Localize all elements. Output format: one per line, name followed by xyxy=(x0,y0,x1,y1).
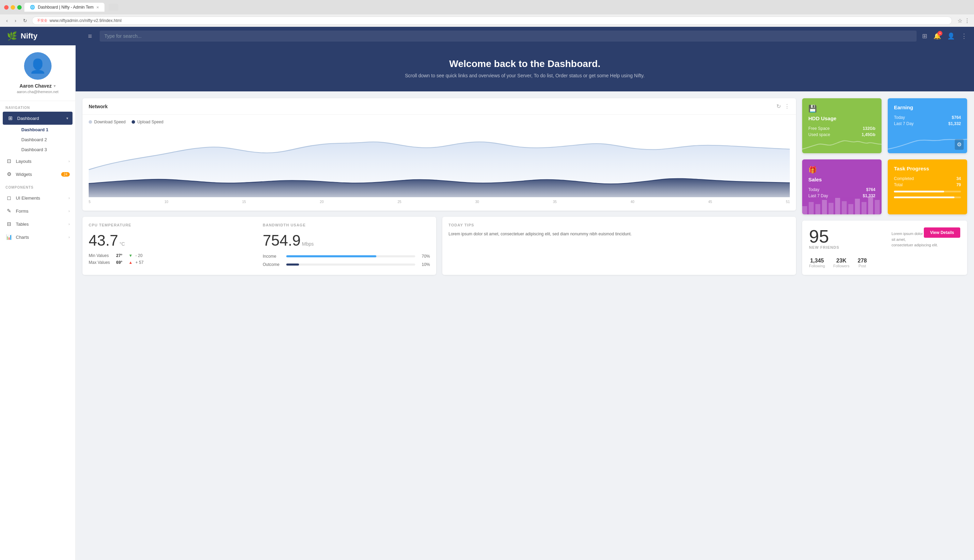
outcome-bar-track xyxy=(286,263,415,265)
chevron-right-icon: › xyxy=(68,222,70,226)
grid-icon[interactable]: ⊞ xyxy=(922,32,927,40)
more-icon[interactable]: ⋮ xyxy=(784,103,790,110)
friends-post-label: Post xyxy=(858,264,867,268)
sidebar-item-tables[interactable]: ⊟ Tables › xyxy=(0,217,75,230)
earning-today-label: Today xyxy=(894,115,905,120)
minimize-dot[interactable] xyxy=(11,5,15,10)
tips-title: TODAY TIPS xyxy=(449,223,790,227)
user-icon[interactable]: 👤 xyxy=(947,32,955,40)
profile-email: aaron.cha@themeon.net xyxy=(5,90,70,94)
settings-overlay[interactable]: ⚙ xyxy=(955,139,964,150)
tasks-total-label: Total xyxy=(894,182,902,187)
outcome-label: Outcome xyxy=(263,262,284,267)
card-title: Network xyxy=(89,104,108,109)
browser-tab[interactable]: 🌐 Dashboard | Nifty - Admin Tem ✕ xyxy=(24,3,105,12)
more-button[interactable]: ⋮ xyxy=(964,18,970,24)
cpu-temp-value: 43.7 xyxy=(89,232,118,249)
earning-title: Earning xyxy=(894,105,961,110)
sidebar-item-label: Widgets xyxy=(16,172,58,177)
close-dot[interactable] xyxy=(4,5,8,10)
refresh-icon[interactable]: ↻ xyxy=(776,103,781,110)
card-actions: ↻ ⋮ xyxy=(776,103,790,110)
down-arrow-icon: ▼ xyxy=(128,253,133,258)
sidebar-item-charts[interactable]: 📊 Charts › xyxy=(0,230,75,243)
sidebar-item-ui-elements[interactable]: ◻ UI Elements › xyxy=(0,192,75,204)
svg-rect-8 xyxy=(855,198,860,214)
download-legend: Download Speed xyxy=(89,120,125,124)
x-label: 40 xyxy=(630,200,634,204)
tab-close-button[interactable]: ✕ xyxy=(96,5,99,9)
sidebar: 👤 Aaron Chavez ▾ aaron.cha@themeon.net N… xyxy=(0,45,76,560)
search-input[interactable] xyxy=(100,30,917,42)
reload-button[interactable]: ↻ xyxy=(21,17,29,25)
sidebar-item-dashboard3[interactable]: Dashboard 3 xyxy=(16,145,75,155)
bandwidth-display: 754.9 Mbps xyxy=(263,232,430,249)
chevron-down-icon: ▾ xyxy=(66,116,68,121)
sidebar-item-dashboard2[interactable]: Dashboard 2 xyxy=(16,135,75,145)
x-label: 5 xyxy=(89,200,91,204)
task-bar-2 xyxy=(894,197,961,198)
sidebar-item-label: Forms xyxy=(16,208,65,214)
dashboard-icon: ⊞ xyxy=(7,115,14,121)
new-tab-button[interactable] xyxy=(108,4,118,11)
task-bar-track-1 xyxy=(894,191,961,192)
address-bar[interactable]: 不安全 www.niftyadmin.cn/nifty-v2.9/index.h… xyxy=(32,17,952,25)
view-details-button[interactable]: View Details xyxy=(924,227,960,238)
hero-subtitle: Scroll down to see quick links and overv… xyxy=(82,73,967,78)
sidebar-item-widgets[interactable]: ⚙ Widgets 24 xyxy=(0,168,75,181)
nav-section-label: NAVIGATION xyxy=(0,101,75,112)
bandwidth-title: BANDWIDTH USAGE xyxy=(263,223,430,227)
hdd-free-label: Free Space xyxy=(808,126,830,131)
income-bar-fill xyxy=(286,255,377,257)
sales-today-label: Today xyxy=(808,187,819,192)
sidebar-item-layouts[interactable]: ⊡ Layouts › xyxy=(0,155,75,168)
maximize-dot[interactable] xyxy=(17,5,22,10)
friends-label: NEW FRIENDS xyxy=(809,245,839,250)
hero-title: Welcome back to the Dashboard. xyxy=(82,58,967,69)
outcome-bar-row: Outcome 10% xyxy=(263,262,430,267)
ui-elements-icon: ◻ xyxy=(5,195,12,201)
income-bar-track xyxy=(286,255,415,257)
more-options-icon[interactable]: ⋮ xyxy=(961,32,967,40)
svg-rect-1 xyxy=(809,202,814,214)
back-button[interactable]: ‹ xyxy=(4,17,10,25)
earning-today-value: $764 xyxy=(952,115,961,120)
browser-chrome: 🌐 Dashboard | Nifty - Admin Tem ✕ ‹ › ↻ … xyxy=(0,0,974,27)
browser-titlebar: 🌐 Dashboard | Nifty - Admin Tem ✕ xyxy=(0,0,974,15)
topnav-icons: ⊞ 🔔 • 👤 ⋮ xyxy=(922,32,967,40)
hamburger-icon[interactable]: ≡ xyxy=(88,32,92,40)
bookmark-button[interactable]: ☆ xyxy=(957,18,962,24)
url-text: www.niftyadmin.cn/nifty-v2.9/index.html xyxy=(50,18,121,23)
notification-badge: • xyxy=(937,31,942,36)
friends-stats: 1,345 Following 23K Followers 278 Post xyxy=(809,258,960,268)
hdd-free-value: 132Gb xyxy=(863,126,876,131)
sidebar-item-dashboard1[interactable]: Dashboard 1 xyxy=(16,125,75,135)
task-bar-fill-2 xyxy=(894,197,954,198)
tasks-completed-label: Completed xyxy=(894,176,914,181)
cpu-min-change: - 20 xyxy=(135,253,143,258)
notifications-icon[interactable]: 🔔 • xyxy=(934,32,941,40)
hdd-free-row: Free Space 132Gb xyxy=(808,126,876,131)
download-dot xyxy=(89,120,92,124)
widgets-icon: ⚙ xyxy=(5,171,12,177)
tab-title: Dashboard | Nifty - Admin Tem xyxy=(38,5,93,10)
sidebar-item-forms[interactable]: ✎ Forms › xyxy=(0,204,75,217)
x-label: 25 xyxy=(398,200,402,204)
tasks-completed-value: 34 xyxy=(956,176,961,181)
brand: 🌿 Nifty xyxy=(7,31,82,41)
profile-dropdown-icon[interactable]: ▾ xyxy=(53,84,56,88)
cpu-min-label: Min Values xyxy=(89,253,113,258)
friends-right: View Details Lorem ipsum dolor sit amet,… xyxy=(892,227,960,248)
upload-legend-label: Upload Speed xyxy=(137,120,163,124)
friends-number: 95 xyxy=(809,227,839,245)
forward-button[interactable]: › xyxy=(13,17,18,25)
sidebar-item-dashboard[interactable]: ⊞ Dashboard ▾ xyxy=(3,112,73,125)
cpu-max-label: Max Values xyxy=(89,260,113,265)
svg-rect-11 xyxy=(875,200,879,214)
bandwidth-section: BANDWIDTH USAGE 754.9 Mbps Income xyxy=(263,223,430,269)
sidebar-item-label: Tables xyxy=(16,222,65,227)
svg-rect-2 xyxy=(815,204,820,214)
friends-following-value: 1,345 xyxy=(809,258,825,264)
svg-rect-5 xyxy=(835,198,840,214)
hdd-sparkline xyxy=(802,133,882,153)
